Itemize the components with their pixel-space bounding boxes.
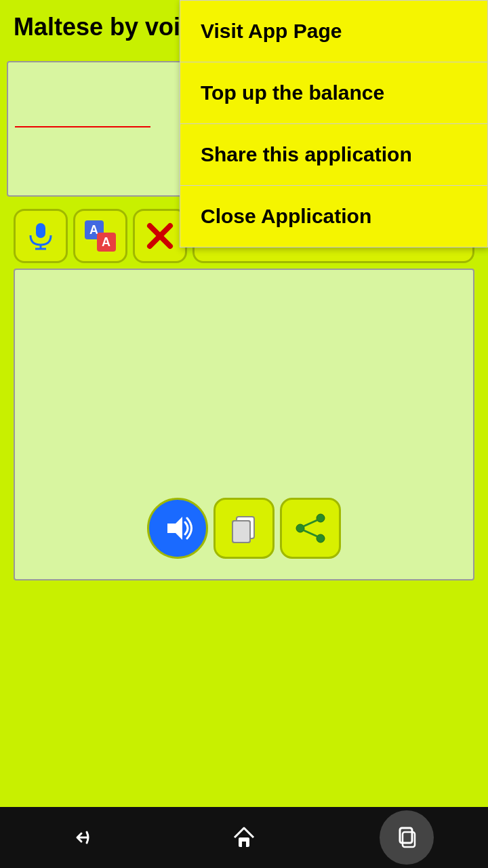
- svg-line-16: [304, 520, 317, 526]
- input-underline: [15, 126, 150, 127]
- recents-button[interactable]: [380, 810, 434, 865]
- menu-item-close-application[interactable]: Close Application: [180, 186, 487, 247]
- svg-text:A: A: [89, 223, 98, 237]
- translate-button[interactable]: A A: [73, 209, 127, 263]
- app-title: Maltese by voic: [14, 13, 194, 41]
- dropdown-menu: Visit App Page Top up the balance Share …: [180, 0, 488, 248]
- svg-rect-19: [242, 842, 246, 847]
- translation-panel: [14, 269, 474, 580]
- menu-item-visit-app-page[interactable]: Visit App Page: [180, 1, 487, 62]
- back-icon: [68, 824, 95, 851]
- svg-point-13: [317, 514, 325, 522]
- svg-point-14: [296, 524, 304, 532]
- copy-icon: [227, 511, 261, 545]
- speaker-button[interactable]: [147, 498, 208, 559]
- home-icon: [230, 824, 258, 851]
- back-button[interactable]: [54, 810, 108, 865]
- recents-icon: [393, 824, 420, 851]
- speaker-icon: [161, 511, 195, 545]
- svg-marker-9: [167, 517, 182, 540]
- clear-button[interactable]: [133, 209, 187, 263]
- svg-rect-0: [36, 223, 45, 238]
- svg-line-17: [304, 530, 317, 536]
- copy-button[interactable]: [214, 498, 274, 559]
- svg-text:A: A: [102, 235, 110, 249]
- translate-icon: A A: [83, 219, 117, 253]
- svg-rect-20: [400, 828, 412, 843]
- nav-bar: [0, 807, 488, 868]
- svg-rect-12: [232, 521, 250, 542]
- close-x-icon: [143, 219, 177, 253]
- bottom-row: [140, 491, 348, 566]
- mic-icon: [25, 220, 56, 252]
- home-button[interactable]: [217, 810, 271, 865]
- menu-item-share-application[interactable]: Share this application: [180, 124, 487, 186]
- mic-button[interactable]: [14, 209, 68, 263]
- svg-point-15: [317, 534, 325, 542]
- share-icon: [293, 511, 327, 545]
- menu-item-top-up-balance[interactable]: Top up the balance: [180, 62, 487, 124]
- share-button[interactable]: [280, 498, 341, 559]
